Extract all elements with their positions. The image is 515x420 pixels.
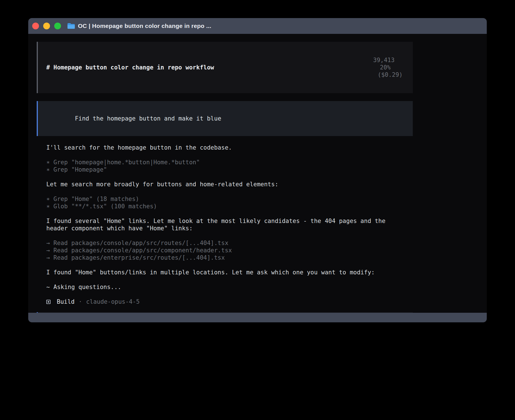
close-button[interactable] [32, 23, 39, 29]
folder-icon [67, 23, 75, 29]
tool-call-read: → Read packages/console/app/src/routes/[… [46, 239, 403, 247]
tool-call-read: → Read packages/enterprise/src/routes/[.… [46, 254, 403, 261]
user-message: Find the homepage button and make it blu… [37, 101, 413, 136]
tool-call-grep: ∗ Grep "Home" (18 matches) [46, 195, 403, 203]
tool-call-glob: ∗ Glob "**/*.tsx" (100 matches) [46, 203, 403, 210]
context-percent: 20% [380, 64, 390, 71]
agent-status-line: Build · claude-opus-4-5 [46, 298, 403, 305]
minimize-button[interactable] [43, 23, 50, 29]
tool-call-read: → Read packages/console/app/src/componen… [46, 247, 403, 254]
prompt-input[interactable]: Build Claude Opus 4.5 OpenCode Zen [37, 312, 413, 313]
assistant-text: I'll search for the homepage button in t… [46, 144, 403, 151]
assistant-text: Let me search more broadly for buttons a… [46, 181, 403, 188]
user-message-text: Find the homepage button and make it blu… [75, 115, 221, 122]
tool-call-grep: ∗ Grep "Homepage" [46, 166, 403, 173]
session-stats: 39,413 20% ($0.29) [337, 49, 403, 86]
agent-badge-dot [48, 301, 49, 303]
tool-call-grep: ∗ Grep "homepage|home.*button|Home.*butt… [46, 159, 403, 166]
session-cost: ($0.29) [377, 71, 403, 78]
token-count: 39,413 [373, 57, 394, 64]
terminal-content: # Homepage button color change in repo w… [28, 34, 487, 313]
titlebar[interactable]: OC | Homepage button color change in rep… [28, 18, 487, 34]
window-title: OC | Homepage button color change in rep… [78, 23, 211, 29]
desktop-background: OC | Homepage button color change in rep… [0, 0, 515, 420]
assistant-text: I found several "Home" links. Let me loo… [46, 217, 403, 232]
separator-dot: · [78, 298, 82, 305]
terminal-window: OC | Homepage button color change in rep… [28, 18, 487, 322]
agent-badge-icon [46, 300, 51, 304]
pending-status: ~ Asking questions... [46, 283, 403, 291]
session-title: # Homepage button color change in repo w… [46, 64, 214, 71]
title-group: OC | Homepage button color change in rep… [67, 18, 211, 34]
agent-name: Build [57, 298, 75, 305]
window-controls [32, 18, 61, 34]
agent-model: claude-opus-4-5 [86, 298, 140, 305]
session-header: # Homepage button color change in repo w… [37, 42, 413, 93]
zoom-button[interactable] [54, 23, 61, 29]
conversation: I'll search for the homepage button in t… [37, 144, 413, 305]
assistant-text: I found "Home" buttons/links in multiple… [46, 269, 403, 276]
